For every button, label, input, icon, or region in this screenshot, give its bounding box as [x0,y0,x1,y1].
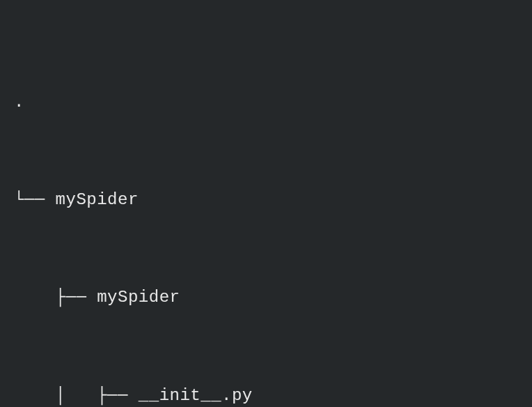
tree-row: │ ├── __init__.py [14,380,518,407]
tree-row: └── mySpider [14,184,518,217]
tree-root: . [14,86,518,119]
tree-prefix: ├── [14,288,97,307]
directory-tree: . └── mySpider ├── mySpider │ ├── __init… [14,21,518,407]
tree-prefix: │ ├── [14,386,139,405]
tree-row: ├── mySpider [14,282,518,314]
tree-node-label: __init__.py [139,386,253,405]
tree-node-label: mySpider [56,190,139,209]
tree-root-label: . [14,93,24,112]
tree-prefix: └── [14,190,56,209]
tree-node-label: mySpider [97,288,180,307]
